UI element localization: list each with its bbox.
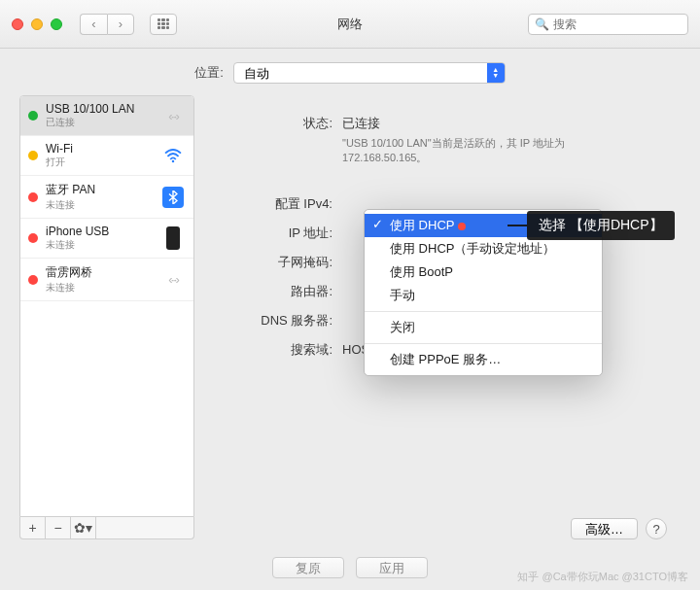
wifi-icon <box>160 146 186 165</box>
status-dot-icon <box>28 111 38 121</box>
popup-separator <box>365 343 602 344</box>
window-title: 网络 <box>337 16 363 33</box>
show-all-button[interactable] <box>150 14 177 35</box>
configure-ipv4-label: 配置 IPv4: <box>216 195 342 213</box>
service-name: 雷雳网桥 <box>46 264 153 281</box>
service-status: 未连接 <box>46 198 153 212</box>
search-field[interactable]: 🔍 <box>528 14 688 35</box>
service-bluetooth-pan[interactable]: 蓝牙 PAN 未连接 <box>20 176 193 219</box>
search-icon: 🔍 <box>535 17 549 31</box>
apply-button[interactable]: 应用 <box>356 557 428 578</box>
subnet-mask-label: 子网掩码: <box>216 254 342 271</box>
grid-icon <box>158 18 169 30</box>
service-status: 打开 <box>46 156 153 169</box>
status-dot-icon <box>28 151 38 160</box>
router-label: 路由器: <box>216 283 342 300</box>
thunderbolt-icon: ‹···› <box>160 270 186 290</box>
add-service-button[interactable]: + <box>20 517 46 538</box>
status-dot-icon <box>28 192 38 202</box>
ip-address-label: IP 地址: <box>216 225 342 242</box>
status-value: 已连接 <box>342 116 380 130</box>
svg-point-0 <box>172 160 175 163</box>
service-wifi[interactable]: Wi-Fi 打开 <box>20 136 193 176</box>
ethernet-icon: ‹···› <box>160 106 186 125</box>
close-icon[interactable] <box>12 18 23 30</box>
popup-item-manual[interactable]: 手动 <box>365 284 602 307</box>
bluetooth-icon <box>162 187 184 208</box>
back-button[interactable]: ‹ <box>80 14 107 35</box>
status-label: 状态: <box>216 115 342 132</box>
service-name: 蓝牙 PAN <box>46 182 153 198</box>
iphone-icon <box>166 226 180 250</box>
popup-item-create-pppoe[interactable]: 创建 PPPoE 服务… <box>365 348 602 371</box>
advanced-button[interactable]: 高级… <box>571 518 638 539</box>
service-status: 已连接 <box>46 116 153 129</box>
status-dot-icon <box>28 275 38 285</box>
service-name: iPhone USB <box>46 225 153 238</box>
popup-item-off[interactable]: 关闭 <box>365 316 602 339</box>
search-domains-label: 搜索域: <box>216 341 342 359</box>
revert-button[interactable]: 复原 <box>272 557 344 578</box>
annotation-callout: 选择 【使用DHCP】 <box>527 211 675 240</box>
minimize-icon[interactable] <box>31 18 43 30</box>
popup-separator <box>365 311 602 312</box>
service-list[interactable]: USB 10/100 LAN 已连接 ‹···› Wi-Fi 打开 <box>19 95 194 517</box>
service-iphone-usb[interactable]: iPhone USB 未连接 <box>20 219 193 259</box>
service-name: USB 10/100 LAN <box>46 102 153 116</box>
remove-service-button[interactable]: − <box>46 517 71 538</box>
dns-server-label: DNS 服务器: <box>216 312 342 330</box>
service-usb-lan[interactable]: USB 10/100 LAN 已连接 ‹···› <box>20 96 193 136</box>
search-input[interactable] <box>553 17 699 31</box>
forward-button[interactable]: › <box>107 14 134 35</box>
status-dot-icon <box>28 233 38 243</box>
service-status: 未连接 <box>46 281 153 295</box>
highlight-dot-icon <box>458 223 466 230</box>
action-menu-button[interactable]: ✿▾ <box>71 517 96 538</box>
location-label: 位置: <box>194 64 224 82</box>
service-thunderbolt-bridge[interactable]: 雷雳网桥 未连接 ‹···› <box>20 259 193 301</box>
status-subtext: "USB 10/100 LAN"当前是活跃的，其 IP 地址为 172.168.… <box>342 136 614 166</box>
help-button[interactable]: ? <box>646 518 667 539</box>
popup-item-bootp[interactable]: 使用 BootP <box>365 260 602 284</box>
popup-item-dhcp-manual[interactable]: 使用 DHCP（手动设定地址） <box>365 237 602 260</box>
location-select[interactable]: 自动 <box>233 62 506 84</box>
zoom-icon[interactable] <box>51 18 62 30</box>
traffic-lights[interactable] <box>12 18 62 30</box>
service-status: 未连接 <box>46 238 153 252</box>
service-name: Wi-Fi <box>46 142 153 156</box>
